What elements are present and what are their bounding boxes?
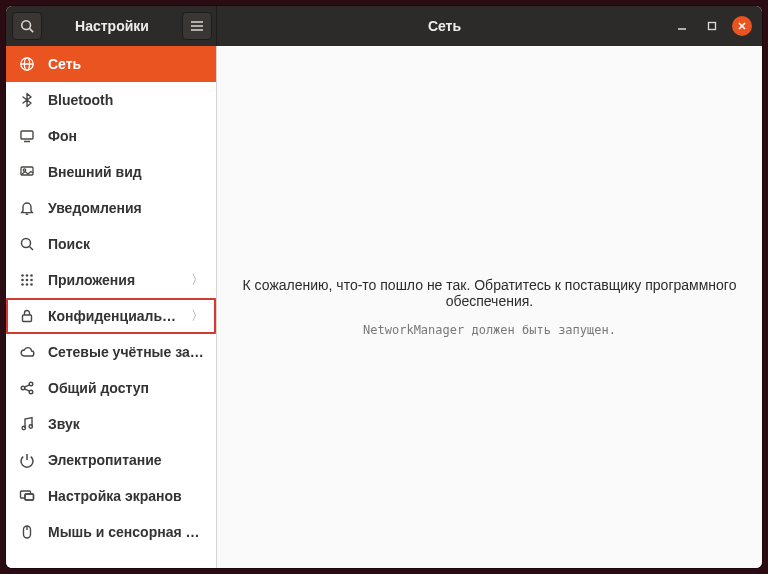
monitor-icon bbox=[18, 488, 36, 504]
header-left-title: Настройки bbox=[46, 18, 178, 34]
svg-point-29 bbox=[29, 382, 33, 386]
sidebar-item-label: Сеть bbox=[48, 56, 204, 72]
content-pane: К сожалению, что-то пошло не так. Обрати… bbox=[217, 46, 762, 568]
lock-icon bbox=[18, 308, 36, 324]
svg-point-0 bbox=[22, 21, 31, 30]
header-right-title: Сеть bbox=[217, 18, 672, 34]
minimize-icon bbox=[677, 21, 687, 31]
svg-point-21 bbox=[21, 279, 24, 282]
svg-point-18 bbox=[21, 274, 24, 277]
cloud-icon bbox=[18, 344, 36, 360]
minimize-button[interactable] bbox=[672, 16, 692, 36]
settings-window: Настройки Сеть СетьBluetoothФонВнешний в… bbox=[6, 6, 762, 568]
menu-button[interactable] bbox=[182, 12, 212, 40]
sidebar-item-appearance[interactable]: Внешний вид bbox=[6, 154, 216, 190]
sidebar-item-label: Приложения bbox=[48, 272, 179, 288]
svg-rect-27 bbox=[23, 315, 32, 322]
svg-rect-6 bbox=[709, 23, 716, 30]
search-icon bbox=[18, 236, 36, 252]
svg-rect-12 bbox=[21, 131, 33, 139]
svg-line-1 bbox=[30, 29, 34, 33]
svg-point-23 bbox=[30, 279, 33, 282]
sidebar-item-label: Bluetooth bbox=[48, 92, 204, 108]
sidebar-item-label: Звук bbox=[48, 416, 204, 432]
error-message: К сожалению, что-то пошло не так. Обрати… bbox=[241, 277, 738, 309]
sidebar-item-power[interactable]: Электропитание bbox=[6, 442, 216, 478]
grid-icon bbox=[18, 272, 36, 288]
window-controls bbox=[672, 16, 762, 36]
sidebar-item-privacy[interactable]: Конфиденциальность〉 bbox=[6, 298, 216, 334]
svg-point-26 bbox=[30, 283, 33, 286]
search-button[interactable] bbox=[12, 12, 42, 40]
svg-point-30 bbox=[29, 390, 33, 394]
mouse-icon bbox=[18, 524, 36, 540]
close-icon bbox=[737, 21, 747, 31]
music-icon bbox=[18, 416, 36, 432]
bell-icon bbox=[18, 200, 36, 216]
svg-rect-36 bbox=[25, 494, 34, 500]
sidebar-item-label: Настройка экранов bbox=[48, 488, 204, 504]
header-right: Сеть bbox=[217, 6, 762, 46]
sidebar-item-background[interactable]: Фон bbox=[6, 118, 216, 154]
display-icon bbox=[18, 128, 36, 144]
error-detail: NetworkManager должен быть запущен. bbox=[363, 323, 616, 337]
window-body: СетьBluetoothФонВнешний видУведомленияПо… bbox=[6, 46, 762, 568]
svg-line-32 bbox=[25, 389, 30, 391]
sidebar-item-label: Конфиденциальность bbox=[48, 308, 179, 324]
globe-icon bbox=[18, 56, 36, 72]
headerbar: Настройки Сеть bbox=[6, 6, 762, 46]
sidebar-item-label: Электропитание bbox=[48, 452, 204, 468]
chevron-right-icon: 〉 bbox=[191, 307, 204, 325]
appearance-icon bbox=[18, 164, 36, 180]
sidebar-item-label: Фон bbox=[48, 128, 204, 144]
svg-point-28 bbox=[21, 386, 25, 390]
svg-point-25 bbox=[26, 283, 29, 286]
sidebar-item-displays[interactable]: Настройка экранов bbox=[6, 478, 216, 514]
bluetooth-icon bbox=[18, 92, 36, 108]
sidebar-item-label: Мышь и сенсорная панель bbox=[48, 524, 204, 540]
sidebar-item-sharing[interactable]: Общий доступ bbox=[6, 370, 216, 406]
search-icon bbox=[20, 19, 34, 33]
svg-point-34 bbox=[29, 425, 32, 428]
sidebar-item-online[interactable]: Сетевые учётные записи bbox=[6, 334, 216, 370]
sidebar-item-search[interactable]: Поиск bbox=[6, 226, 216, 262]
sidebar[interactable]: СетьBluetoothФонВнешний видУведомленияПо… bbox=[6, 46, 217, 568]
sidebar-item-notifications[interactable]: Уведомления bbox=[6, 190, 216, 226]
svg-line-17 bbox=[30, 247, 34, 251]
header-left: Настройки bbox=[6, 6, 217, 46]
svg-line-31 bbox=[25, 385, 30, 387]
sidebar-item-sound[interactable]: Звук bbox=[6, 406, 216, 442]
sidebar-item-label: Уведомления bbox=[48, 200, 204, 216]
svg-point-16 bbox=[22, 239, 31, 248]
svg-point-19 bbox=[26, 274, 29, 277]
sidebar-item-label: Сетевые учётные записи bbox=[48, 344, 204, 360]
hamburger-icon bbox=[190, 20, 204, 32]
sidebar-item-label: Общий доступ bbox=[48, 380, 204, 396]
maximize-icon bbox=[707, 21, 717, 31]
sidebar-item-mouse[interactable]: Мышь и сенсорная панель bbox=[6, 514, 216, 550]
sidebar-item-label: Поиск bbox=[48, 236, 204, 252]
close-button[interactable] bbox=[732, 16, 752, 36]
sidebar-item-label: Внешний вид bbox=[48, 164, 204, 180]
svg-point-24 bbox=[21, 283, 24, 286]
svg-point-20 bbox=[30, 274, 33, 277]
share-icon bbox=[18, 380, 36, 396]
svg-point-33 bbox=[22, 426, 25, 429]
sidebar-item-network[interactable]: Сеть bbox=[6, 46, 216, 82]
svg-point-15 bbox=[23, 169, 25, 171]
maximize-button[interactable] bbox=[702, 16, 722, 36]
chevron-right-icon: 〉 bbox=[191, 271, 204, 289]
sidebar-item-applications[interactable]: Приложения〉 bbox=[6, 262, 216, 298]
svg-point-22 bbox=[26, 279, 29, 282]
power-icon bbox=[18, 452, 36, 468]
sidebar-item-bluetooth[interactable]: Bluetooth bbox=[6, 82, 216, 118]
